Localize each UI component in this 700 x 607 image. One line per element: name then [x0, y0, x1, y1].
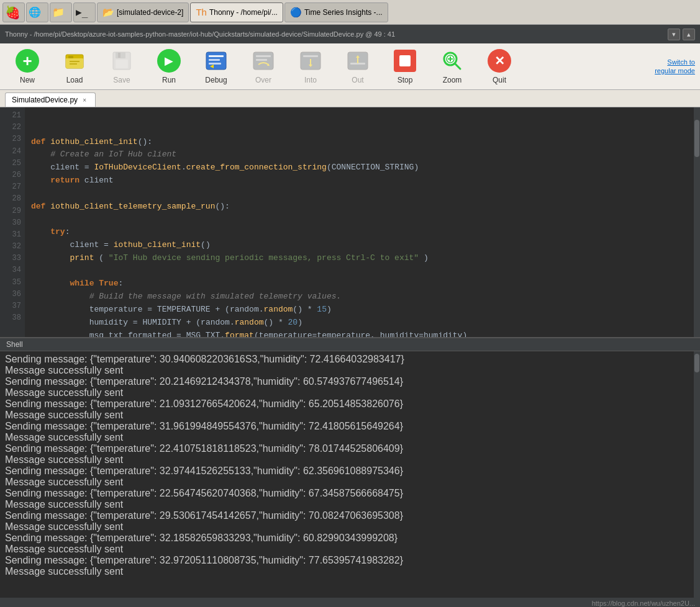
zoom-icon	[440, 48, 465, 73]
toolbar: + New Load Save	[0, 43, 700, 90]
taskbar-item-terminal[interactable]: ▶_	[73, 2, 96, 22]
taskbar-timeseries-label: Time Series Insights -...	[304, 8, 383, 17]
svg-rect-12	[209, 63, 221, 65]
chrome-icon: 🔵	[290, 7, 302, 18]
shell-line: Sending message: {"temperature": 22.4107…	[5, 443, 689, 454]
editor-scrollbar[interactable]	[694, 107, 700, 337]
quit-label: Quit	[493, 76, 506, 84]
run-label: Run	[162, 76, 176, 84]
quit-button[interactable]: ✕ Quit	[477, 46, 522, 87]
stop-button[interactable]: Stop	[383, 46, 427, 87]
shell-line: Sending message: {"temperature": 20.2146…	[5, 376, 689, 387]
svg-rect-8	[118, 53, 120, 58]
over-label: Over	[255, 76, 271, 84]
shell-scrollbar-thumb	[694, 354, 699, 372]
shell-line: Sending message: {"temperature": 29.5306…	[5, 510, 689, 521]
shell-output-area: Sending message: {"temperature": 30.9406…	[0, 351, 700, 598]
zoom-button[interactable]: Zoom	[430, 46, 475, 87]
taskbar-item-raspberry[interactable]: 🍓	[2, 2, 25, 22]
editor-tab[interactable]: SimulatedDevice.py ×	[5, 92, 96, 107]
svg-rect-11	[209, 59, 220, 61]
titlebar-path: Thonny - /home/pi/Desktop/azure-iot-samp…	[5, 30, 395, 38]
save-button[interactable]: Save	[99, 46, 144, 87]
terminal-icon: ▶_	[76, 6, 88, 18]
svg-rect-19	[303, 55, 318, 57]
load-icon	[62, 48, 87, 73]
shell-line: Message successfully sent	[5, 499, 689, 510]
shell-line: Sending message: {"temperature": 31.9619…	[5, 421, 689, 432]
into-icon	[298, 48, 323, 73]
titlebar-collapse-btn[interactable]: ▾	[668, 29, 680, 40]
shell-label: Shell	[6, 340, 23, 349]
statusbar: https://blog.cdn.net/wu/uzhen2U...	[0, 598, 700, 607]
svg-rect-4	[70, 63, 77, 65]
shell-line: Sending message: {"temperature": 21.0931…	[5, 398, 689, 410]
svg-rect-16	[256, 59, 267, 61]
tabbar: SimulatedDevice.py ×	[0, 90, 700, 107]
shell-container: Shell Sending message: {"temperature": 3…	[0, 337, 700, 598]
svg-rect-10	[209, 55, 224, 57]
out-label: Out	[352, 76, 363, 84]
svg-rect-15	[256, 55, 271, 57]
into-label: Into	[304, 76, 317, 84]
run-button[interactable]: ▶ Run	[147, 46, 191, 87]
svg-rect-7	[116, 60, 128, 68]
load-button[interactable]: Load	[52, 46, 97, 87]
svg-line-26	[455, 63, 460, 69]
new-label: New	[20, 76, 35, 84]
debug-icon	[204, 48, 229, 73]
taskbar-item-browser[interactable]: 🌐	[26, 2, 48, 22]
stop-icon	[393, 48, 417, 73]
taskbar-item-simulated[interactable]: 📂 [simulated-device-2]	[97, 2, 189, 22]
shell-line: Message successfully sent	[5, 410, 689, 421]
svg-rect-3	[70, 61, 80, 62]
debug-label: Debug	[205, 76, 227, 84]
titlebar-expand-btn[interactable]: ▴	[683, 29, 695, 40]
shell-line: Message successfully sent	[5, 454, 689, 465]
taskbar-item-thonny[interactable]: Th Thonny - /home/pi/...	[190, 2, 283, 22]
shell-text[interactable]: Sending message: {"temperature": 30.9406…	[0, 351, 694, 598]
shell-line: Message successfully sent	[5, 387, 689, 398]
taskbar-thonny-label: Thonny - /home/pi/...	[209, 8, 278, 17]
taskbar-item-time-series[interactable]: 🔵 Time Series Insights -...	[284, 2, 388, 22]
thonny-icon: Th	[196, 7, 207, 17]
shell-line: Sending message: {"temperature": 22.5647…	[5, 488, 689, 499]
new-button[interactable]: + New	[5, 46, 50, 87]
taskbar-item-files[interactable]: 📁	[50, 2, 72, 22]
status-url: https://blog.cdn.net/wu/uzhen2U...	[592, 600, 695, 607]
debug-button[interactable]: Debug	[194, 46, 239, 87]
into-button[interactable]: Into	[288, 46, 333, 87]
shell-header: Shell	[0, 338, 700, 351]
shell-line: Message successfully sent	[5, 365, 689, 376]
editor: 21 22 23 24 25 26 27 28 29 30 31 32 33 3…	[0, 107, 700, 337]
shell-line: Sending message: {"temperature": 32.1858…	[5, 533, 689, 544]
out-icon	[345, 48, 370, 73]
run-icon: ▶	[157, 48, 181, 73]
files-icon: 📁	[52, 6, 65, 18]
over-button[interactable]: Over	[241, 46, 286, 87]
quit-icon: ✕	[487, 48, 512, 73]
svg-rect-2	[68, 56, 73, 58]
browser-icon: 🌐	[29, 6, 41, 18]
shell-scrollbar[interactable]	[694, 351, 700, 598]
load-label: Load	[66, 76, 83, 84]
zoom-label: Zoom	[443, 76, 462, 84]
raspberry-icon: 🍓	[5, 5, 20, 20]
shell-line: Message successfully sent	[5, 544, 689, 555]
line-numbers: 21 22 23 24 25 26 27 28 29 30 31 32 33 3…	[0, 107, 25, 337]
code-area[interactable]: def iothub_client_init(): # Create an Io…	[25, 107, 694, 337]
shell-line: Message successfully sent	[5, 566, 689, 577]
switch-mode-button[interactable]: Switch to regular mode	[645, 58, 695, 76]
shell-line: Message successfully sent	[5, 477, 689, 488]
stop-label: Stop	[398, 76, 413, 84]
save-label: Save	[113, 76, 130, 84]
save-icon	[109, 48, 134, 73]
shell-line: Sending message: {"temperature": 30.9406…	[5, 354, 689, 365]
taskbar: 🍓 🌐 📁 ▶_ 📂 [simulated-device-2] Th Thonn…	[0, 0, 700, 25]
taskbar-simulated-label: [simulated-device-2]	[117, 8, 183, 17]
shell-line: Message successfully sent	[5, 521, 689, 533]
tab-close-icon[interactable]: ×	[80, 96, 89, 104]
out-button[interactable]: Out	[335, 46, 380, 87]
shell-line: Sending message: {"temperature": 32.9720…	[5, 555, 689, 566]
titlebar-controls: ▾ ▴	[668, 29, 695, 40]
